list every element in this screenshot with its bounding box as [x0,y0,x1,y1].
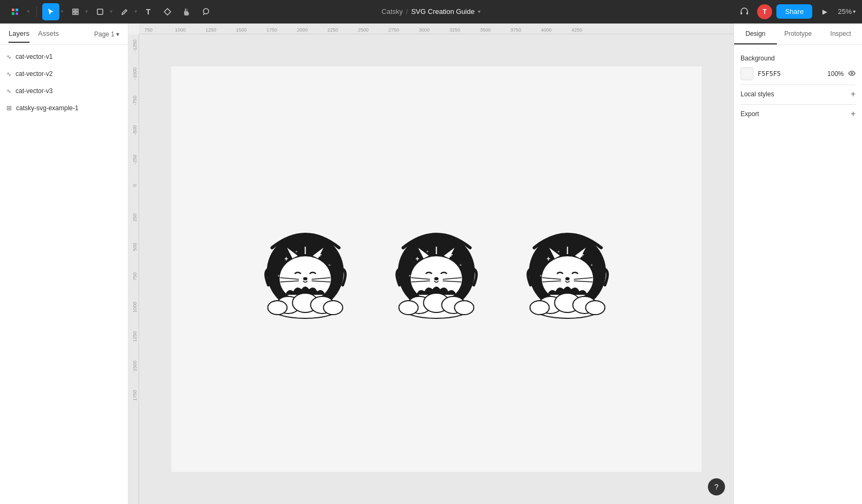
svg-rect-2 [12,12,14,15]
prototype-tab[interactable]: Prototype [777,24,820,44]
local-styles-title: Local styles [741,90,774,98]
share-button[interactable]: Share [776,4,812,19]
background-visibility-toggle[interactable] [848,70,856,79]
assets-tab[interactable]: Assets [38,25,59,43]
frame-tool[interactable] [67,3,84,20]
svg-point-78 [530,301,549,315]
design-tab[interactable]: Design [734,24,777,44]
panel-tabs: Layers Assets Page 1 ▾ [0,24,128,45]
svg-point-35 [323,301,342,315]
svg-point-57 [454,301,474,315]
svg-rect-0 [12,9,14,11]
svg-rect-13 [746,12,748,14]
export-title: Export [741,110,759,118]
svg-marker-10 [164,9,171,15]
svg-text:+: + [459,263,462,268]
svg-text:+: + [295,249,297,254]
local-styles-add-button[interactable]: + [851,89,856,99]
layers-tab[interactable]: Layers [9,25,29,43]
layer-name: catsky-svg-example-1 [16,104,121,112]
section-divider-2 [741,104,856,105]
svg-rect-8 [76,12,78,14]
comment-tool[interactable] [197,3,215,20]
frame-tools: ▾ [67,3,88,20]
toolbar-right: T Share ▶ 25% ▾ [736,3,856,20]
toolbar-separator-1 [36,6,37,17]
main-content: Layers Assets Page 1 ▾ ∿ cat-vector-v1 ∿… [0,24,862,504]
svg-rect-7 [73,12,75,14]
svg-point-80 [851,72,853,74]
layer-item[interactable]: ∿ cat-vector-v3 [0,82,128,100]
component-tool[interactable] [159,3,176,20]
svg-point-3 [16,12,18,15]
layers-list: ∿ cat-vector-v1 ∿ cat-vector-v2 ∿ cat-ve… [0,45,128,504]
layer-name: cat-vector-v2 [16,70,121,78]
svg-text:+: + [557,249,560,254]
inspect-tab[interactable]: Inspect [819,24,862,44]
headphones-button[interactable] [736,3,753,20]
svg-rect-6 [76,9,78,11]
layer-name: cat-vector-v3 [16,87,121,95]
layer-name: cat-vector-v1 [16,53,121,60]
background-section-header: Background [741,55,856,62]
svg-point-47 [434,277,438,280]
svg-text:+: + [328,263,331,268]
canvas-wrapper[interactable]: 750 1000 1250 1500 1750 2000 2250 2500 2… [128,24,734,504]
figma-menu-button[interactable] [6,3,24,20]
zoom-control[interactable]: 25% ▾ [838,7,856,16]
background-color-row: F5F5F5 100% [741,67,856,80]
export-section-header: Export + [741,109,856,119]
svg-rect-5 [73,9,75,11]
zoom-caret: ▾ [853,9,856,14]
layer-item[interactable]: ∿ cat-vector-v1 [0,48,128,65]
text-tool[interactable]: T [140,3,157,20]
user-avatar[interactable]: T [757,4,772,19]
svg-point-56 [399,301,418,315]
layer-item[interactable]: ∿ cat-vector-v2 [0,65,128,82]
svg-point-25 [303,277,307,280]
svg-point-69 [565,277,569,280]
text-tool-icon: T [146,7,151,16]
file-title: Catsky / SVG Creation Guide ▾ [382,7,480,16]
layer-vector-icon: ∿ [6,88,11,95]
shape-tool[interactable] [91,3,109,20]
help-button[interactable]: ? [708,478,725,495]
layer-vector-icon: ∿ [6,54,11,60]
hand-tool[interactable] [178,3,195,20]
select-tools: ▾ [42,3,64,20]
svg-point-79 [585,301,605,315]
svg-point-34 [268,301,287,315]
file-title-caret[interactable]: ▾ [478,9,480,14]
export-add-button[interactable]: + [851,109,856,119]
svg-text:+: + [426,249,429,254]
svg-text:+: + [415,255,419,263]
svg-text:+: + [546,255,550,263]
play-button[interactable]: ▶ [817,3,834,20]
layer-frame-icon: ⊞ [6,104,12,112]
svg-rect-1 [16,9,18,11]
file-name: SVG Creation Guide [411,7,475,16]
canvas-area[interactable]: + + + + + · [139,34,734,504]
ruler-left: -1250 -1000 -750 -500 -250 0 250 500 750… [128,34,139,504]
background-opacity[interactable]: 100% [827,70,844,78]
pen-tool[interactable] [116,3,133,20]
cat-design-2[interactable]: + + + + + · [379,216,494,323]
zoom-level: 25% [838,7,852,16]
ruler-top: 750 1000 1250 1500 1750 2000 2250 2500 2… [139,24,734,34]
background-title: Background [741,55,775,62]
svg-rect-9 [97,9,103,14]
local-styles-section-header: Local styles + [741,89,856,99]
background-color-swatch[interactable] [741,67,753,80]
page-caret: ▾ [116,30,119,38]
background-color-hex[interactable]: F5F5F5 [758,70,823,78]
select-tool[interactable] [42,3,59,20]
layer-item[interactable]: ⊞ catsky-svg-example-1 [0,100,128,117]
layer-vector-icon: ∿ [6,71,11,78]
cat-design-1[interactable]: + + + + + · [248,216,363,323]
design-tabs: Design Prototype Inspect [734,24,862,45]
cat-design-3[interactable]: + + + + + · [510,216,625,323]
right-panel: Design Prototype Inspect Background F5F5… [734,24,862,504]
page-selector[interactable]: Page 1 ▾ [94,30,119,38]
toolbar: ▾ ▾ ▾ ▾ ▾ T [0,0,862,24]
pen-tools: ▾ [116,3,138,20]
